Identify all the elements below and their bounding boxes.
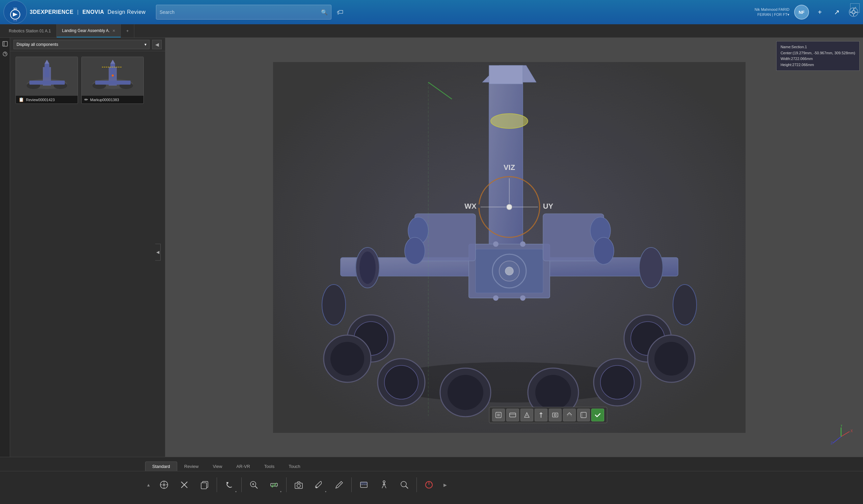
tab-close-icon[interactable]: × <box>112 28 115 34</box>
side-collapse-button[interactable]: ◀ <box>155 244 161 261</box>
share-button[interactable]: ↗ <box>830 6 843 18</box>
svg-point-124 <box>383 481 385 483</box>
svg-rect-18 <box>45 64 49 77</box>
axes-indicator: X Y Z <box>829 425 853 450</box>
svg-point-77 <box>594 237 614 264</box>
popup-btn-6[interactable] <box>563 409 576 422</box>
toolbar-measure-btn[interactable]: ▾ <box>265 475 284 494</box>
toolbar-tab-bar: Standard Review View AR-VR Tools Touch <box>0 457 863 471</box>
svg-point-63 <box>506 204 512 210</box>
svg-text:UY: UY <box>543 202 553 210</box>
panel-icon-1[interactable] <box>1 40 9 48</box>
popup-btn-1[interactable] <box>492 409 505 422</box>
toolbar-markup-btn[interactable] <box>330 475 349 494</box>
toolbar-fly-btn[interactable] <box>154 475 174 494</box>
svg-point-102 <box>163 483 165 486</box>
user-name: Nik Mahmood FARID FEIRAN | FOR FT▾ <box>755 7 789 17</box>
thumbnail-review[interactable]: 📋 Review00001423 <box>15 57 78 104</box>
toolbar-tab-standard[interactable]: Standard <box>145 462 177 471</box>
thumbnails-area: 📋 Review00001423 <box>10 51 165 109</box>
main-3d-view[interactable]: Name:Section.1 Center:(19.279mm, -50.967… <box>155 38 863 457</box>
popup-btn-3[interactable] <box>521 409 533 422</box>
svg-line-113 <box>255 486 258 489</box>
svg-marker-90 <box>539 412 543 414</box>
svg-rect-7 <box>3 41 8 46</box>
popup-btn-5[interactable] <box>549 409 562 422</box>
toolbar-power-btn[interactable] <box>420 475 438 494</box>
tab-add[interactable]: + <box>121 24 134 37</box>
avatar[interactable]: NF <box>794 5 809 20</box>
thumbnail-label-bar-2: ✏ Markup00001383 <box>82 96 143 103</box>
search-icon[interactable]: 🔍 <box>321 9 328 15</box>
popup-btn-confirm[interactable] <box>591 409 604 422</box>
add-button[interactable]: + <box>814 6 826 18</box>
toolbar-zoom-btn[interactable] <box>245 475 263 494</box>
tag-icon[interactable]: 🏷 <box>337 9 343 16</box>
info-center: Center:(19.279mm, -50.967mm, 309.528mm) <box>781 50 855 56</box>
undo-arrow-icon: ▾ <box>235 490 237 493</box>
svg-text:V.8: V.8 <box>13 19 17 22</box>
svg-point-74 <box>405 237 425 264</box>
svg-point-70 <box>491 114 528 128</box>
svg-rect-34 <box>489 65 523 84</box>
svg-point-78 <box>493 241 499 247</box>
top-header: 3D V.8 3DEXPERIENCE | ENOVIA Design Revi… <box>0 0 863 24</box>
svg-rect-123 <box>361 482 367 485</box>
toolbar-camera-btn[interactable] <box>289 475 308 494</box>
toolbar-icons-row: ▲ <box>0 471 863 498</box>
toolbar-collapse-btn[interactable]: ▲ <box>145 475 152 494</box>
svg-text:VIZ: VIZ <box>503 163 515 172</box>
app-logo[interactable]: 3D V.8 <box>3 0 27 24</box>
tab-landing-gear[interactable]: Landing Gear Assembly A. × <box>57 24 121 37</box>
svg-point-54 <box>600 365 634 399</box>
separator-1 <box>217 477 217 492</box>
toolbar-walk-btn[interactable] <box>375 475 393 494</box>
thumbnail-img-1 <box>16 57 78 96</box>
toolbar-cut-btn[interactable] <box>175 475 194 494</box>
toolbar-tab-tools[interactable]: Tools <box>257 462 282 471</box>
thumbnail-label-2: Markup00001383 <box>90 98 119 102</box>
bottom-toolbar: Standard Review View AR-VR Tools Touch ▲ <box>0 457 863 504</box>
svg-text:Z: Z <box>830 441 833 445</box>
svg-point-38 <box>322 285 346 325</box>
toolbar-section-btn[interactable] <box>354 475 373 494</box>
toolbar-expand-btn[interactable]: ▶ <box>441 475 449 494</box>
separator-5 <box>416 477 417 492</box>
svg-point-56 <box>535 375 571 410</box>
panel-collapse-button[interactable]: ◀ <box>152 40 162 49</box>
search-input[interactable] <box>160 10 321 15</box>
thumbnail-markup[interactable]: ✏ Markup00001383 <box>82 57 144 104</box>
svg-point-29 <box>112 75 114 77</box>
svg-point-50 <box>385 365 418 399</box>
svg-rect-85 <box>510 413 516 417</box>
panel-header: Display all components ▾ ◀ <box>10 38 165 51</box>
toolbar-tab-touch[interactable]: Touch <box>282 462 308 471</box>
panel-icon-2[interactable] <box>1 50 9 58</box>
toolbar-tab-view[interactable]: View <box>205 462 229 471</box>
svg-point-125 <box>401 481 407 487</box>
toolbar-tab-ar-vr[interactable]: AR-VR <box>229 462 257 471</box>
popup-btn-7[interactable] <box>577 409 590 422</box>
thumbnail-label-bar-1: 📋 Review00001423 <box>16 96 78 103</box>
svg-point-44 <box>673 285 697 325</box>
svg-point-43 <box>639 247 663 288</box>
toolbar-copy-btn[interactable] <box>195 475 214 494</box>
thumbnail-icon-2: ✏ <box>84 97 88 102</box>
svg-rect-93 <box>581 412 586 418</box>
toolbar-undo-btn[interactable]: ▾ <box>220 475 239 494</box>
thumbnail-label-1: Review00001423 <box>26 98 55 102</box>
maximize-button[interactable]: ⤢ <box>850 3 860 13</box>
popup-btn-4[interactable] <box>535 409 548 422</box>
popup-btn-2[interactable] <box>506 409 519 422</box>
thumbnail-icon-1: 📋 <box>18 97 24 102</box>
tab-robotics[interactable]: Robotics Station 01 A.1 <box>3 24 57 37</box>
svg-point-52 <box>448 375 483 410</box>
display-dropdown[interactable]: Display all components ▾ <box>13 40 150 49</box>
toolbar-tab-review[interactable]: Review <box>177 462 206 471</box>
3d-model-container[interactable]: VIZ WX UY <box>155 38 863 457</box>
search-bar[interactable]: 🔍 <box>156 5 332 20</box>
toolbar-search2-btn[interactable] <box>395 475 414 494</box>
toolbar-wrench-btn[interactable]: ▾ <box>310 475 328 494</box>
thumbnail-img-2 <box>82 57 144 96</box>
svg-line-120 <box>340 483 341 484</box>
